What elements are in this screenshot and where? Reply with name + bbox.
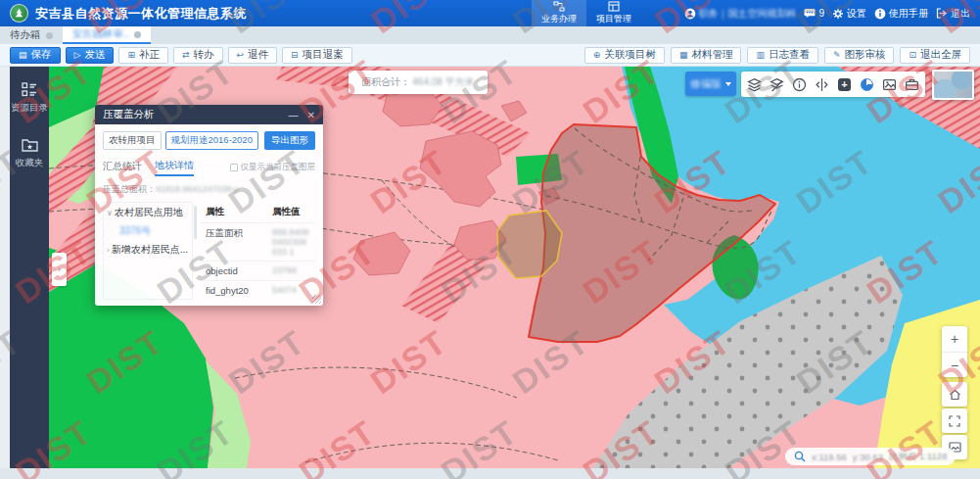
nav-project-tab[interactable]: 项目管理 <box>586 0 641 26</box>
tab-parcel-detail[interactable]: 地块详情 <box>155 159 194 176</box>
document-tab-bar: 待办箱 安吉园林审.. <box>0 26 980 44</box>
messages-button[interactable]: 9 <box>804 8 824 20</box>
user-menu[interactable]: 职务｜国土空间规划科 <box>684 7 797 21</box>
log-icon: ▥ <box>756 50 765 60</box>
basemap-dropdown[interactable]: 修编版 <box>685 72 736 96</box>
plus-icon: + <box>838 78 851 91</box>
info-circle-icon <box>874 8 886 20</box>
statistics-button[interactable] <box>856 72 878 96</box>
transfer-button[interactable]: ⇄转办 <box>173 47 223 64</box>
zoom-out-button[interactable]: − <box>942 352 967 377</box>
layers-button[interactable] <box>743 72 766 96</box>
app-title: 安吉县自然资源一体化管理信息系统 <box>35 5 247 23</box>
project-case-return-button[interactable]: ⊟项目退案 <box>282 47 352 64</box>
identify-button[interactable] <box>788 72 811 96</box>
main-nav: 业务办理 项目管理 <box>532 0 641 26</box>
message-count: 9 <box>818 8 824 19</box>
header-right: 职务｜国土空间规划科 9 设置 使用手册 退出 <box>684 7 970 21</box>
manual-button[interactable]: 使用手册 <box>874 7 928 21</box>
dialog-titlebar[interactable]: 压覆盖分析 — ✕ <box>95 105 323 124</box>
zoom-in-button[interactable]: + <box>942 326 967 352</box>
panel-expander-handle[interactable]: › <box>52 253 67 286</box>
layers-edit-icon <box>770 77 784 92</box>
tree-child-parcel[interactable]: 3376号 <box>119 224 190 238</box>
return-item-button[interactable]: ↩退件 <box>228 47 278 64</box>
map-status-bar: x:119.56 y:30.63 比例尺 1:1128 <box>785 448 956 465</box>
settings-button[interactable]: 设置 <box>832 7 866 21</box>
nav-business-tab[interactable]: 业务办理 <box>532 0 586 26</box>
message-bubble-icon <box>804 8 816 20</box>
dialog-panes: ∨农村居民点用地 3376号 ›新增农村居民点... 属性 属性值 压盖面积 8… <box>103 202 315 300</box>
sidebar-item-resource-catalog[interactable]: 资源目录 <box>11 82 48 115</box>
user-name: 职务｜国土空间规划科 <box>699 7 797 21</box>
swipe-button[interactable] <box>811 72 833 96</box>
project-icon <box>608 1 620 12</box>
action-toolbar: ▤保存 ▷发送 ⊞补正 ⇄转办 ↩退件 ⊟项目退案 ⊕关联项目树 ▦材料管理 ▥… <box>0 44 980 67</box>
chevron-down-icon <box>725 82 731 86</box>
material-manage-button[interactable]: ▦材料管理 <box>671 47 742 64</box>
search-icon[interactable] <box>794 451 806 462</box>
tree-node-new-rural[interactable]: ›新增农村居民点... <box>107 243 190 257</box>
close-icon[interactable]: ✕ <box>307 110 315 120</box>
tab-document[interactable]: 安吉园林审.. <box>63 26 151 44</box>
layers-edit-button[interactable] <box>766 72 788 96</box>
user-avatar-icon <box>684 8 696 20</box>
layers-icon <box>747 77 762 92</box>
pie-chart-icon <box>861 78 873 91</box>
map-tools-bar: + <box>741 72 925 97</box>
log-view-button[interactable]: ▥日志查看 <box>747 47 818 64</box>
logout-button[interactable]: 退出 <box>936 7 970 21</box>
full-extent-button[interactable] <box>942 408 967 433</box>
overview-minimap[interactable] <box>932 70 974 100</box>
tab-close-icon[interactable] <box>46 32 53 39</box>
logout-icon <box>936 8 948 20</box>
toolbox-icon <box>905 77 919 92</box>
info-icon <box>792 77 807 92</box>
export-image-button[interactable] <box>878 72 901 96</box>
only-current-layer-checkbox[interactable]: 仅显示当前压盖图层 <box>230 162 316 173</box>
coordinate-y: y:30.63 <box>853 452 883 462</box>
project-tree-icon: ⊕ <box>593 50 601 60</box>
dialog-resize-handle[interactable] <box>312 295 321 304</box>
transfer-icon: ⇄ <box>182 50 190 60</box>
tab-close-icon[interactable] <box>134 31 141 38</box>
exit-fullscreen-button[interactable]: ⊡退出全屏 <box>900 47 970 64</box>
export-graphic-button[interactable]: 导出图形 <box>264 131 315 150</box>
left-gutter <box>0 67 10 468</box>
tree-scrollbar[interactable] <box>194 206 197 239</box>
toolbar-right-group: ⊕关联项目树 ▦材料管理 ▥日志查看 ✎图形审核 ⊡退出全屏 <box>579 47 970 64</box>
project-tree-button[interactable]: ⊕关联项目树 <box>584 47 665 64</box>
send-button[interactable]: ▷发送 <box>66 47 115 64</box>
project-type-chip[interactable]: 农转用项目 <box>103 131 162 150</box>
tab-inbox[interactable]: 待办箱 <box>0 26 63 44</box>
extent-corners-icon <box>949 415 960 427</box>
return-icon: ↩ <box>237 50 245 60</box>
review-icon: ✎ <box>833 50 841 60</box>
fullscreen-icon: ⊡ <box>909 50 916 60</box>
business-icon <box>553 1 565 12</box>
sidebar-item-favorites[interactable]: 收藏夹 <box>16 138 44 169</box>
dialog-tabs: 汇总统计 地块详情 仅显示当前压盖图层 <box>103 159 315 176</box>
toolbox-button[interactable] <box>901 72 923 96</box>
attribute-table: 属性 属性值 压盖面积 889.84080402308633 1 objecti… <box>200 202 315 300</box>
add-button[interactable]: + <box>833 72 856 96</box>
table-row[interactable]: fid_ghyt20 54074 <box>200 281 315 300</box>
table-row[interactable]: 压盖面积 889.84080402308633 1 <box>200 223 315 262</box>
tree-node-rural-land[interactable]: ∨农村居民点用地 <box>107 206 190 219</box>
dialog-title: 压覆盖分析 <box>103 108 155 121</box>
save-button[interactable]: ▤保存 <box>10 47 61 64</box>
checkbox-icon <box>230 164 238 171</box>
home-extent-button[interactable] <box>942 382 967 407</box>
amend-button[interactable]: ⊞补正 <box>118 47 168 64</box>
total-covered-area-value: 41818.9641247038㎡ <box>156 184 241 194</box>
caret-down-icon: ∨ <box>107 209 113 217</box>
overlay-analysis-dialog: 压覆盖分析 — ✕ 农转用项目 规划用途2016-2020 导出图形 汇总统计 … <box>95 105 323 306</box>
bottom-strip <box>0 468 980 479</box>
plan-select-chip[interactable]: 规划用途2016-2020 <box>165 131 258 150</box>
area-total-value: 464.08 平方米 <box>412 75 474 89</box>
table-row[interactable]: objectid 23798 <box>200 262 315 281</box>
caret-right-icon: › <box>107 246 110 255</box>
graphic-review-button[interactable]: ✎图形审核 <box>824 47 895 64</box>
minimize-icon[interactable]: — <box>289 110 299 120</box>
tab-summary-stats[interactable]: 汇总统计 <box>103 160 142 175</box>
